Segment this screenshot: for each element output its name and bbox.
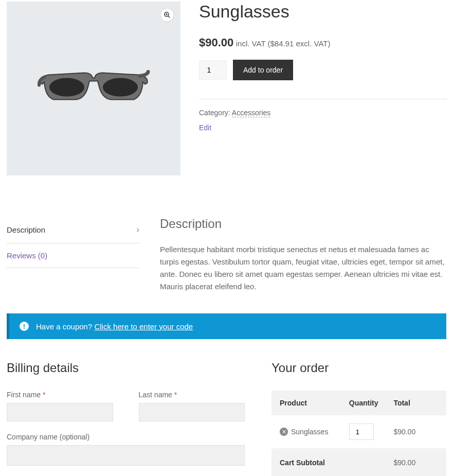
product-title: Sunglasses xyxy=(199,2,446,22)
order-heading: Your order xyxy=(271,361,446,375)
order-item-name: Sunglasses xyxy=(291,428,328,436)
magnifier-plus-icon xyxy=(164,11,171,19)
order-table-header: Product Quantity Total xyxy=(271,391,446,415)
tab-list: Description Reviews (0) xyxy=(7,217,139,293)
first-name-input[interactable] xyxy=(7,403,113,421)
order-quantity-input[interactable] xyxy=(349,424,374,440)
coupon-notice: ! Have a coupon? Click here to enter you… xyxy=(7,313,446,339)
coupon-link[interactable]: Click here to enter your code xyxy=(94,322,193,331)
order-item-row: ✕ Sunglasses $90.00 xyxy=(271,415,446,448)
last-name-label: Last name * xyxy=(139,391,245,399)
product-gallery xyxy=(7,2,180,175)
billing-heading: Billing details xyxy=(7,361,245,375)
panel-text: Pellentesque habitant morbi tristique se… xyxy=(160,243,446,293)
category-link[interactable]: Accessories xyxy=(232,109,270,117)
company-input[interactable] xyxy=(7,445,245,466)
zoom-button[interactable] xyxy=(160,8,174,22)
order-subtotal-row: Cart Subtotal $90.00 xyxy=(271,448,446,476)
svg-line-1 xyxy=(168,16,170,18)
last-name-input[interactable] xyxy=(139,403,245,421)
add-to-order-button[interactable]: Add to order xyxy=(233,60,293,80)
coupon-text: Have a coupon? xyxy=(36,322,92,331)
tab-label: Description xyxy=(7,225,45,234)
order-summary: Your order Product Quantity Total ✕ Sung… xyxy=(271,361,446,476)
company-label: Company name (optional) xyxy=(7,433,245,441)
tab-panel-description: Description Pellentesque habitant morbi … xyxy=(160,217,446,293)
product-category: Category: Accessories xyxy=(199,109,446,117)
product-image xyxy=(37,58,150,114)
tab-reviews[interactable]: Reviews (0) xyxy=(7,243,139,268)
edit-link[interactable]: Edit xyxy=(199,124,211,132)
remove-item-icon[interactable]: ✕ xyxy=(280,428,288,436)
svg-point-5 xyxy=(103,78,138,97)
billing-details: Billing details First name * Last name *… xyxy=(7,361,245,476)
product-price: $90.00 incl. VAT ($84.91 excl. VAT) xyxy=(199,36,446,49)
svg-point-4 xyxy=(49,78,84,97)
tab-label: Reviews (0) xyxy=(7,251,47,260)
info-icon: ! xyxy=(20,322,29,331)
quantity-input[interactable] xyxy=(199,60,227,80)
panel-heading: Description xyxy=(160,217,446,231)
tab-description[interactable]: Description xyxy=(7,217,139,243)
order-item-total: $90.00 xyxy=(393,428,438,436)
first-name-label: First name * xyxy=(7,391,113,399)
